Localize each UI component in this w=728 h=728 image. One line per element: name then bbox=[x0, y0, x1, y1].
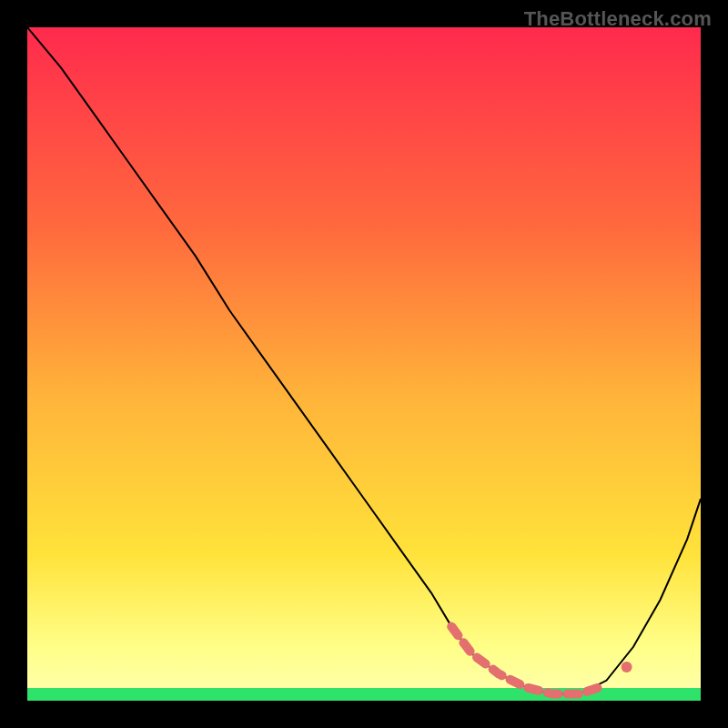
chart-plot-area bbox=[27, 27, 701, 701]
curve-line bbox=[27, 27, 701, 694]
watermark-text: TheBottleneck.com bbox=[524, 7, 712, 31]
highlight-dot bbox=[622, 662, 632, 672]
chart-svg bbox=[27, 27, 701, 701]
highlight-segment bbox=[451, 627, 600, 694]
